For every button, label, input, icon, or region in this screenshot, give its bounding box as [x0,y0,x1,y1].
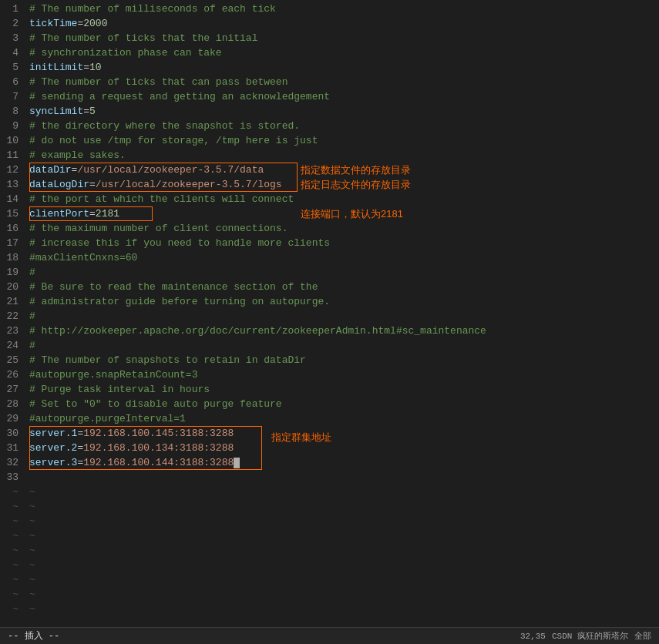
code-line-24: # [29,338,659,353]
code-line-33 [29,470,659,485]
annotation-label-12: 指定数据文件的存放目录 [301,163,411,177]
code-line-19: # [29,265,659,280]
code-line-21: # administrator guide before turning on … [29,294,659,309]
tilde-5: ~ [29,543,659,558]
code-line-8: syncLimit=5 [29,104,659,119]
code-line-16: # the maximum number of client connectio… [29,221,659,236]
annotation-label-30: 指定群集地址 [271,430,331,444]
tilde-8: ~ [29,587,659,602]
code-area: 1 2 3 4 5 6 7 8 9 10 11 12 13 14 15 16 1… [0,0,659,627]
code-line-1: # The number of milliseconds of each tic… [29,2,659,16]
code-line-25: # The number of snapshots to retain in d… [29,353,659,367]
code-line-20: # Be sure to read the maintenance sectio… [29,280,659,294]
code-line-3: # The number of ticks that the initial [29,31,659,45]
code-line-18: #maxClientCnxns=60 [29,250,659,265]
code-line-26: #autopurge.snapRetainCount=3 [29,367,659,382]
code-line-2: tickTime=2000 [29,16,659,31]
status-left: -- 插入 -- [8,629,59,642]
code-line-14: # the port at which the clients will con… [29,192,659,206]
annotation-label-15: 连接端口，默认为2181 [301,206,403,221]
tilde-4: ~ [29,528,659,543]
code-content[interactable]: # The number of milliseconds of each tic… [23,2,659,626]
code-line-29: #autopurge.purgeInterval=1 [29,411,659,426]
code-line-27: # Purge task interval in hours [29,382,659,397]
line-numbers: 1 2 3 4 5 6 7 8 9 10 11 12 13 14 15 16 1… [0,2,23,626]
tilde-6: ~ [29,558,659,572]
code-line-5: initLimit=10 [29,60,659,75]
tilde-9: ~ [29,602,659,616]
status-bar: -- 插入 -- 32,35 CSDN 疯狂的斯塔尔 全部 [0,627,659,644]
position-indicator: 32,35 [520,632,546,641]
code-line-31: server.2=192.168.100.134:3188:3288 [29,441,659,455]
code-line-17: # increase this if you need to handle mo… [29,236,659,250]
tilde-1: ~ [29,485,659,499]
code-line-6: # The number of ticks that can pass betw… [29,75,659,89]
tilde-3: ~ [29,514,659,528]
code-line-32: server.3=192.168.100.144:3188:3288 [29,455,659,470]
code-line-7: # sending a request and getting an ackno… [29,89,659,104]
annotation-label-13: 指定日志文件的存放目录 [301,177,411,192]
code-line-28: # Set to "0" to disable auto purge featu… [29,397,659,411]
code-line-22: # [29,309,659,324]
code-line-30: server.1=192.168.100.145:3188:3288 [29,426,659,441]
vim-mode: -- 插入 -- [8,629,59,642]
code-editor: 1 2 3 4 5 6 7 8 9 10 11 12 13 14 15 16 1… [0,0,659,644]
code-line-11: # example sakes. [29,148,659,163]
tilde-7: ~ [29,572,659,587]
code-line-4: # synchronization phase can take [29,45,659,60]
code-line-9: # the directory where the snapshot is st… [29,119,659,133]
code-line-23: # http://zookeeper.apache.org/doc/curren… [29,324,659,338]
status-right: 32,35 CSDN 疯狂的斯塔尔 全部 [520,630,651,642]
view-mode: 全部 [634,630,651,642]
text-cursor [234,458,240,468]
code-line-10: # do not use /tmp for storage, /tmp here… [29,133,659,148]
tilde-2: ~ [29,499,659,514]
watermark: CSDN 疯狂的斯塔尔 [552,630,628,642]
